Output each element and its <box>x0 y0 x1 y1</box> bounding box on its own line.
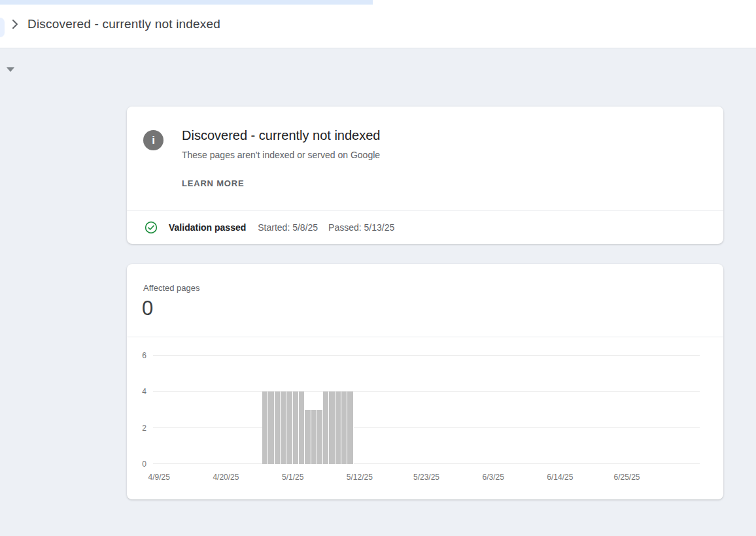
y-axis-label: 4 <box>142 387 146 396</box>
gridline <box>153 355 700 356</box>
affected-pages-card: Affected pages 0 02464/9/254/20/255/1/25… <box>127 264 723 499</box>
chart-bar <box>305 410 311 464</box>
chart-bar <box>268 392 274 464</box>
x-axis-label: 4/9/25 <box>148 473 170 482</box>
y-axis-label: 6 <box>142 351 146 360</box>
chart-bar <box>317 410 323 464</box>
status-card: i Discovered - currently not indexed The… <box>127 107 723 244</box>
chart-bar <box>275 392 281 464</box>
status-title: Discovered - currently not indexed <box>182 128 380 143</box>
affected-pages-chart: 02464/9/254/20/255/1/255/12/255/23/256/3… <box>127 337 723 499</box>
x-axis-label: 4/20/25 <box>213 473 239 482</box>
chart-bar <box>286 392 292 464</box>
x-axis-label: 6/14/25 <box>547 473 573 482</box>
status-subtitle: These pages aren't indexed or served on … <box>182 150 380 160</box>
affected-pages-label: Affected pages <box>143 283 200 293</box>
gridline <box>153 391 700 392</box>
chart-bar <box>293 392 299 464</box>
chart-bar <box>281 392 286 464</box>
dropdown-caret-icon[interactable] <box>7 67 14 72</box>
affected-pages-count: 0 <box>142 297 153 320</box>
gridline <box>153 463 700 464</box>
check-circle-icon <box>145 221 158 234</box>
page-title: Discovered - currently not indexed <box>27 17 220 31</box>
page-header: Discovered - currently not indexed <box>0 0 756 48</box>
chart-bar <box>262 392 268 464</box>
y-axis-label: 2 <box>142 424 146 433</box>
chart-plot: 02464/9/254/20/255/1/255/12/255/23/256/3… <box>153 356 700 464</box>
chart-bar <box>341 392 347 464</box>
learn-more-link[interactable]: LEARN MORE <box>182 178 244 188</box>
validation-row: Validation passed Started: 5/8/25 Passed… <box>127 211 723 244</box>
chart-bar <box>335 392 341 464</box>
info-icon: i <box>143 130 163 150</box>
search-bar-remnant <box>0 0 373 5</box>
search-console-page: Discovered - currently not indexed i Dis… <box>0 0 756 536</box>
x-axis-label: 5/12/25 <box>347 473 373 482</box>
chart-bar <box>311 410 317 464</box>
x-axis-label: 6/3/25 <box>482 473 504 482</box>
breadcrumb-chevron-icon[interactable] <box>12 20 18 29</box>
nav-remnant <box>0 18 5 37</box>
gridline <box>153 427 700 428</box>
validation-passed: Passed: 5/13/25 <box>328 222 394 233</box>
x-axis-label: 6/25/25 <box>614 473 640 482</box>
validation-status: Validation passed <box>169 222 246 233</box>
info-icon-glyph: i <box>152 134 155 147</box>
y-axis-label: 0 <box>142 460 146 469</box>
chart-bar <box>347 392 353 464</box>
chart-bar <box>299 392 305 464</box>
chart-bar <box>323 392 329 464</box>
validation-started: Started: 5/8/25 <box>258 222 318 233</box>
chart-bar <box>329 392 335 464</box>
x-axis-label: 5/1/25 <box>282 473 303 482</box>
x-axis-label: 5/23/25 <box>413 473 439 482</box>
